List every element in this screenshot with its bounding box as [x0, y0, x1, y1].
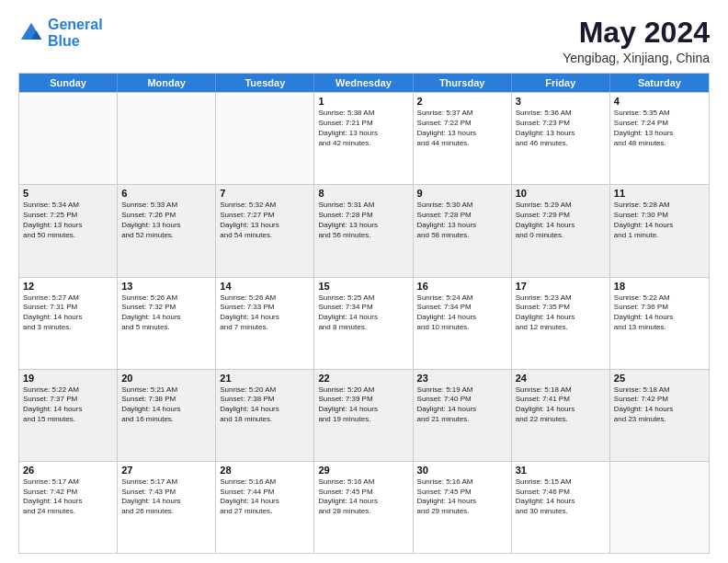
- calendar-cell: 2Sunrise: 5:37 AMSunset: 7:22 PMDaylight…: [414, 93, 512, 184]
- calendar-cell: 7Sunrise: 5:32 AMSunset: 7:27 PMDaylight…: [216, 185, 314, 276]
- cell-info: Sunrise: 5:20 AMSunset: 7:38 PMDaylight:…: [220, 385, 310, 425]
- day-number: 7: [220, 188, 310, 199]
- day-number: 19: [23, 373, 113, 384]
- calendar: SundayMondayTuesdayWednesdayThursdayFrid…: [18, 73, 710, 554]
- calendar-cell: 11Sunrise: 5:28 AMSunset: 7:30 PMDayligh…: [610, 185, 709, 276]
- header-day-friday: Friday: [512, 74, 610, 92]
- calendar-cell: 16Sunrise: 5:24 AMSunset: 7:34 PMDayligh…: [414, 278, 512, 369]
- cell-info: Sunrise: 5:18 AMSunset: 7:41 PMDaylight:…: [516, 385, 606, 425]
- logo-line1: General: [48, 17, 103, 32]
- cell-info: Sunrise: 5:22 AMSunset: 7:37 PMDaylight:…: [23, 385, 113, 425]
- day-number: 23: [417, 373, 507, 384]
- day-number: 10: [516, 188, 606, 199]
- calendar-cell: 20Sunrise: 5:21 AMSunset: 7:38 PMDayligh…: [118, 370, 216, 461]
- header-day-thursday: Thursday: [414, 74, 512, 92]
- header: General Blue May 2024 Yengibag, Xinjiang…: [18, 17, 710, 65]
- calendar-cell: 29Sunrise: 5:16 AMSunset: 7:45 PMDayligh…: [314, 462, 413, 553]
- calendar-row-2: 12Sunrise: 5:27 AMSunset: 7:31 PMDayligh…: [19, 277, 709, 369]
- calendar-row-0: 1Sunrise: 5:38 AMSunset: 7:21 PMDaylight…: [19, 92, 709, 184]
- calendar-cell: 8Sunrise: 5:31 AMSunset: 7:28 PMDaylight…: [314, 185, 413, 276]
- calendar-cell: 21Sunrise: 5:20 AMSunset: 7:38 PMDayligh…: [216, 370, 314, 461]
- cell-info: Sunrise: 5:15 AMSunset: 7:46 PMDaylight:…: [516, 477, 606, 517]
- day-number: 16: [417, 281, 507, 292]
- cell-info: Sunrise: 5:22 AMSunset: 7:36 PMDaylight:…: [614, 293, 705, 333]
- day-number: 11: [614, 188, 705, 199]
- calendar-cell: 13Sunrise: 5:26 AMSunset: 7:32 PMDayligh…: [118, 278, 216, 369]
- day-number: 24: [516, 373, 606, 384]
- calendar-cell: 30Sunrise: 5:16 AMSunset: 7:45 PMDayligh…: [414, 462, 512, 553]
- calendar-row-3: 19Sunrise: 5:22 AMSunset: 7:37 PMDayligh…: [19, 369, 709, 461]
- day-number: 25: [614, 373, 705, 384]
- cell-info: Sunrise: 5:25 AMSunset: 7:34 PMDaylight:…: [318, 293, 408, 333]
- calendar-cell: 4Sunrise: 5:35 AMSunset: 7:24 PMDaylight…: [610, 93, 709, 184]
- calendar-cell: 19Sunrise: 5:22 AMSunset: 7:37 PMDayligh…: [19, 370, 118, 461]
- cell-info: Sunrise: 5:34 AMSunset: 7:25 PMDaylight:…: [23, 201, 113, 240]
- cell-info: Sunrise: 5:27 AMSunset: 7:31 PMDaylight:…: [23, 293, 113, 333]
- calendar-cell: 1Sunrise: 5:38 AMSunset: 7:21 PMDaylight…: [314, 93, 413, 184]
- header-day-wednesday: Wednesday: [314, 74, 413, 92]
- calendar-cell: [19, 93, 118, 184]
- day-number: 13: [121, 281, 211, 292]
- day-number: 12: [23, 281, 113, 292]
- day-number: 22: [318, 373, 408, 384]
- cell-info: Sunrise: 5:30 AMSunset: 7:28 PMDaylight:…: [417, 201, 507, 240]
- calendar-cell: 6Sunrise: 5:33 AMSunset: 7:26 PMDaylight…: [118, 185, 216, 276]
- day-number: 28: [220, 465, 310, 476]
- calendar-header: SundayMondayTuesdayWednesdayThursdayFrid…: [19, 74, 709, 92]
- calendar-cell: 5Sunrise: 5:34 AMSunset: 7:25 PMDaylight…: [19, 185, 118, 276]
- logo-line2: Blue: [48, 33, 80, 49]
- calendar-cell: 22Sunrise: 5:20 AMSunset: 7:39 PMDayligh…: [314, 370, 413, 461]
- calendar-cell: 14Sunrise: 5:26 AMSunset: 7:33 PMDayligh…: [216, 278, 314, 369]
- day-number: 5: [23, 188, 113, 199]
- cell-info: Sunrise: 5:16 AMSunset: 7:45 PMDaylight:…: [318, 477, 408, 517]
- calendar-cell: 17Sunrise: 5:23 AMSunset: 7:35 PMDayligh…: [512, 278, 610, 369]
- calendar-cell: 25Sunrise: 5:18 AMSunset: 7:42 PMDayligh…: [610, 370, 709, 461]
- cell-info: Sunrise: 5:29 AMSunset: 7:29 PMDaylight:…: [516, 201, 606, 240]
- day-number: 2: [417, 96, 507, 107]
- calendar-cell: 12Sunrise: 5:27 AMSunset: 7:31 PMDayligh…: [19, 278, 118, 369]
- cell-info: Sunrise: 5:17 AMSunset: 7:42 PMDaylight:…: [23, 477, 113, 517]
- calendar-cell: 15Sunrise: 5:25 AMSunset: 7:34 PMDayligh…: [314, 278, 413, 369]
- day-number: 6: [121, 188, 211, 199]
- day-number: 31: [516, 465, 606, 476]
- header-day-sunday: Sunday: [19, 74, 118, 92]
- cell-info: Sunrise: 5:33 AMSunset: 7:26 PMDaylight:…: [121, 201, 211, 240]
- calendar-cell: 26Sunrise: 5:17 AMSunset: 7:42 PMDayligh…: [19, 462, 118, 553]
- calendar-cell: 10Sunrise: 5:29 AMSunset: 7:29 PMDayligh…: [512, 185, 610, 276]
- cell-info: Sunrise: 5:17 AMSunset: 7:43 PMDaylight:…: [121, 477, 211, 517]
- day-number: 14: [220, 281, 310, 292]
- day-number: 29: [318, 465, 408, 476]
- calendar-cell: 18Sunrise: 5:22 AMSunset: 7:36 PMDayligh…: [610, 278, 709, 369]
- cell-info: Sunrise: 5:18 AMSunset: 7:42 PMDaylight:…: [614, 385, 705, 425]
- calendar-row-4: 26Sunrise: 5:17 AMSunset: 7:42 PMDayligh…: [19, 461, 709, 553]
- header-day-saturday: Saturday: [610, 74, 709, 92]
- calendar-cell: 27Sunrise: 5:17 AMSunset: 7:43 PMDayligh…: [118, 462, 216, 553]
- day-number: 8: [318, 188, 408, 199]
- header-day-monday: Monday: [118, 74, 216, 92]
- cell-info: Sunrise: 5:23 AMSunset: 7:35 PMDaylight:…: [516, 293, 606, 333]
- day-number: 18: [614, 281, 705, 292]
- calendar-cell: 3Sunrise: 5:36 AMSunset: 7:23 PMDaylight…: [512, 93, 610, 184]
- cell-info: Sunrise: 5:16 AMSunset: 7:45 PMDaylight:…: [417, 477, 507, 517]
- day-number: 3: [516, 96, 606, 107]
- cell-info: Sunrise: 5:21 AMSunset: 7:38 PMDaylight:…: [121, 385, 211, 425]
- cell-info: Sunrise: 5:35 AMSunset: 7:24 PMDaylight:…: [614, 109, 705, 148]
- day-number: 27: [121, 465, 211, 476]
- calendar-row-1: 5Sunrise: 5:34 AMSunset: 7:25 PMDaylight…: [19, 184, 709, 276]
- page: General Blue May 2024 Yengibag, Xinjiang…: [0, 0, 728, 563]
- header-day-tuesday: Tuesday: [216, 74, 314, 92]
- cell-info: Sunrise: 5:36 AMSunset: 7:23 PMDaylight:…: [516, 109, 606, 148]
- cell-info: Sunrise: 5:37 AMSunset: 7:22 PMDaylight:…: [417, 109, 507, 148]
- logo-icon: [18, 20, 44, 46]
- cell-info: Sunrise: 5:38 AMSunset: 7:21 PMDaylight:…: [318, 109, 408, 148]
- day-number: 17: [516, 281, 606, 292]
- cell-info: Sunrise: 5:26 AMSunset: 7:33 PMDaylight:…: [220, 293, 310, 333]
- calendar-cell: 23Sunrise: 5:19 AMSunset: 7:40 PMDayligh…: [414, 370, 512, 461]
- calendar-cell: [610, 462, 709, 553]
- calendar-cell: 24Sunrise: 5:18 AMSunset: 7:41 PMDayligh…: [512, 370, 610, 461]
- calendar-cell: [118, 93, 216, 184]
- cell-info: Sunrise: 5:31 AMSunset: 7:28 PMDaylight:…: [318, 201, 408, 240]
- title-block: May 2024 Yengibag, Xinjiang, China: [563, 17, 710, 65]
- month-year: May 2024: [563, 17, 710, 49]
- day-number: 9: [417, 188, 507, 199]
